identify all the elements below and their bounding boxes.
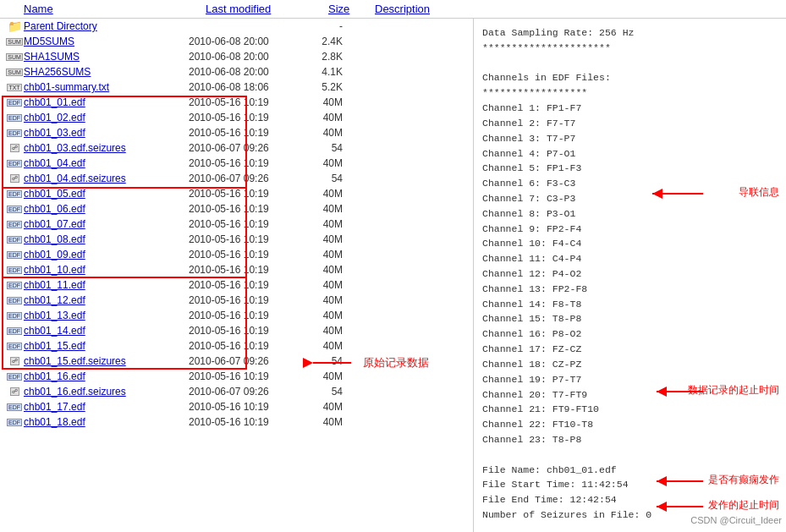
- file-name[interactable]: chb01_14.edf: [24, 325, 189, 337]
- file-name[interactable]: chb01_03.edf: [24, 127, 189, 139]
- file-name[interactable]: chb01_18.edf: [24, 416, 189, 428]
- file-size: 40M: [311, 264, 349, 276]
- file-icon: EDF: [7, 233, 22, 246]
- file-size: 40M: [311, 325, 349, 337]
- file-name[interactable]: chb01_13.edf: [24, 310, 189, 321]
- file-size: 2.8K: [311, 51, 349, 63]
- file-name[interactable]: Parent Directory: [24, 20, 189, 32]
- file-size: 40M: [311, 203, 349, 215]
- file-size: 2.4K: [311, 36, 349, 47]
- file-name[interactable]: chb01_04.edf.seizures: [24, 173, 189, 184]
- file-icon: EDF: [7, 111, 22, 124]
- col-modified[interactable]: Last modified: [206, 3, 328, 15]
- file-size: 40M: [311, 370, 349, 382]
- file-date: 2010-05-16 10:19: [189, 416, 311, 428]
- file-date: 2010-06-07 09:26: [189, 386, 311, 398]
- file-date: 2010-06-08 20:00: [189, 36, 311, 47]
- file-name[interactable]: chb01_04.edf: [24, 157, 189, 169]
- list-item: EDFchb01_15.edf2010-05-16 10:1940M: [0, 338, 473, 354]
- list-item: EDFchb01_04.edf2010-05-16 10:1940M: [0, 156, 473, 171]
- file-name[interactable]: chb01_16.edf.seizures: [24, 386, 189, 398]
- file-name[interactable]: chb01_07.edf: [24, 218, 189, 230]
- col-size[interactable]: Size: [328, 3, 375, 15]
- file-icon: EDF: [7, 278, 22, 292]
- list-item: ☍chb01_03.edf.seizures2010-06-07 09:2654: [0, 140, 473, 156]
- list-item: EDFchb01_06.edf2010-05-16 10:1940M: [0, 201, 473, 217]
- file-date: 2010-05-16 10:19: [189, 188, 311, 200]
- file-size: 40M: [311, 112, 349, 123]
- file-name[interactable]: chb01_10.edf: [24, 264, 189, 276]
- file-name[interactable]: chb01_15.edf.seizures: [24, 355, 189, 367]
- file-name[interactable]: chb01-summary.txt: [24, 81, 189, 93]
- file-icon: EDF: [7, 324, 22, 337]
- file-size: -: [311, 20, 349, 32]
- list-item: ☍chb01_04.edf.seizures2010-06-07 09:2654: [0, 171, 473, 186]
- file-name[interactable]: chb01_06.edf: [24, 203, 189, 215]
- list-item: EDFchb01_03.edf2010-05-16 10:1940M: [0, 125, 473, 140]
- file-icon: ☍: [7, 354, 22, 368]
- col-name[interactable]: Name: [24, 3, 206, 15]
- file-name[interactable]: chb01_02.edf: [24, 112, 189, 123]
- file-icon: EDF: [7, 400, 22, 414]
- list-item: SUMMD5SUMS2010-06-08 20:002.4K: [0, 34, 473, 49]
- file-date: 2010-05-16 10:19: [189, 310, 311, 321]
- file-size: 40M: [311, 310, 349, 321]
- file-name[interactable]: chb01_17.edf: [24, 401, 189, 413]
- file-date: 2010-05-16 10:19: [189, 157, 311, 169]
- list-item: EDFchb01_08.edf2010-05-16 10:1940M: [0, 232, 473, 247]
- file-date: 2010-05-16 10:19: [189, 279, 311, 291]
- file-name[interactable]: chb01_11.edf: [24, 279, 189, 291]
- file-name[interactable]: chb01_12.edf: [24, 294, 189, 306]
- list-item: EDFchb01_02.edf2010-05-16 10:1940M: [0, 110, 473, 125]
- file-name[interactable]: chb01_03.edf.seizures: [24, 142, 189, 154]
- file-name[interactable]: chb01_16.edf: [24, 370, 189, 382]
- file-date: 2010-06-08 20:00: [189, 51, 311, 63]
- list-item: EDFchb01_11.edf2010-05-16 10:1940M: [0, 277, 473, 293]
- file-name[interactable]: MD5SUMS: [24, 36, 189, 47]
- list-item: EDFchb01_18.edf2010-05-16 10:1940M: [0, 414, 473, 430]
- file-date: 2010-05-16 10:19: [189, 203, 311, 215]
- table-header: Name Last modified Size Description: [0, 0, 786, 19]
- file-name[interactable]: chb01_09.edf: [24, 249, 189, 261]
- file-icon: SUM: [7, 65, 22, 79]
- file-icon: EDF: [7, 293, 22, 307]
- file-icon: SUM: [7, 50, 22, 63]
- file-name[interactable]: chb01_05.edf: [24, 188, 189, 200]
- file-date: 2010-05-16 10:19: [189, 249, 311, 261]
- file-size: 40M: [311, 294, 349, 306]
- file-icon: EDF: [7, 187, 22, 200]
- file-size: 40M: [311, 188, 349, 200]
- file-name[interactable]: chb01_01.edf: [24, 96, 189, 108]
- file-size: 40M: [311, 218, 349, 230]
- file-size: 40M: [311, 416, 349, 428]
- file-name[interactable]: SHA256SUMS: [24, 66, 189, 78]
- file-name[interactable]: chb01_15.edf: [24, 340, 189, 352]
- file-date: 2010-05-16 10:19: [189, 401, 311, 413]
- list-item: EDFchb01_07.edf2010-05-16 10:1940M: [0, 217, 473, 232]
- file-name[interactable]: chb01_08.edf: [24, 233, 189, 245]
- list-item: EDFchb01_17.edf2010-05-16 10:1940M: [0, 399, 473, 414]
- list-item: SUMSHA1SUMS2010-06-08 20:002.8K: [0, 49, 473, 64]
- file-list: 📁Parent Directory-SUMMD5SUMS2010-06-08 2…: [0, 19, 474, 532]
- file-icon: TXT: [7, 80, 22, 94]
- file-date: 2010-06-08 20:00: [189, 66, 311, 78]
- file-size: 40M: [311, 157, 349, 169]
- file-icon: 📁: [7, 19, 22, 33]
- list-item: EDFchb01_12.edf2010-05-16 10:1940M: [0, 293, 473, 308]
- file-icon: EDF: [7, 156, 22, 170]
- list-item: EDFchb01_09.edf2010-05-16 10:1940M: [0, 247, 473, 262]
- right-content: Data Sampling Rate: 256 Hz *************…: [482, 25, 778, 532]
- list-item: EDFchb01_14.edf2010-05-16 10:1940M: [0, 323, 473, 338]
- file-date: 2010-05-16 10:19: [189, 325, 311, 337]
- file-icon: EDF: [7, 126, 22, 140]
- file-size: 40M: [311, 340, 349, 352]
- file-date: 2010-05-16 10:19: [189, 127, 311, 139]
- file-date: 2010-06-07 09:26: [189, 173, 311, 184]
- file-date: 2010-06-08 18:06: [189, 81, 311, 93]
- file-size: 54: [311, 386, 349, 398]
- file-date: 2010-06-07 09:26: [189, 355, 311, 367]
- file-name[interactable]: SHA1SUMS: [24, 51, 189, 63]
- file-icon: SUM: [7, 35, 22, 48]
- file-size: 40M: [311, 127, 349, 139]
- file-icon: EDF: [7, 217, 22, 231]
